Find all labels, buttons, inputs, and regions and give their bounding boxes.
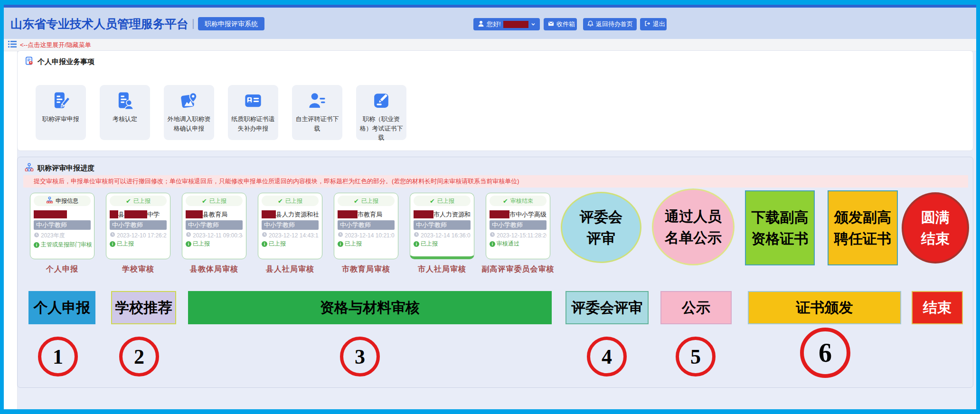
logout-label: 退出: [653, 20, 665, 28]
time-text: 2023-12-14 10:21:06: [345, 232, 395, 239]
time-row: 2023-12-14 10:21:06: [338, 232, 395, 239]
step-number: 1: [38, 337, 78, 376]
org-text: 市人力资源和社会...: [433, 210, 471, 219]
progress-card: ✔已上报县教育局中小学教师2023-12-11 09:00:34i已上报: [182, 193, 246, 259]
progress-card: ✔已上报市人力资源和社会...中小学教师2023-12-14 16:36:08i…: [410, 193, 474, 259]
org-text: 县人力资源和社会...: [276, 210, 319, 219]
series-tag: 中小学教师: [338, 220, 395, 230]
business-tile-label: 外地调入职称资格确认申报: [164, 114, 214, 133]
shape-line: 结束: [904, 228, 967, 249]
business-tile-label: 纸质职称证书遗失补办申报: [228, 114, 278, 133]
top-header: 山东省专业技术人员管理服务平台 | 职称申报评审系统 您好! 收件箱 返回待办首…: [4, 8, 976, 39]
org-text: 市教育局: [358, 210, 382, 219]
progress-section: 职称评审申报进度 提交审核后，申报单位审核前可以进行撤回修改；单位审核退回后，只…: [17, 157, 973, 388]
time-text: 2023-12-12 14:43:18: [269, 232, 319, 239]
business-tile[interactable]: 职称（职业资格）考试证书下载: [356, 85, 406, 140]
chevron-down-icon: [531, 21, 536, 28]
progress-section-header: 职称评审申报进度: [25, 163, 94, 173]
business-tile-label: 考核认定: [100, 114, 150, 124]
status-row: i已上报: [414, 240, 471, 248]
download-cert-box: 下载副高资格证书: [745, 190, 815, 265]
inbox-button[interactable]: 收件箱: [544, 18, 577, 30]
logout-icon: [644, 20, 650, 28]
shape-line: 通过人员: [653, 206, 733, 227]
clock-icon: [338, 232, 343, 239]
time-row: 2023-12-10 17:26:28: [110, 232, 167, 239]
business-tile[interactable]: 自主评聘证书下载: [292, 85, 342, 140]
time-text: 2023-12-11 09:00:34: [193, 232, 243, 239]
org-chart-icon: [46, 197, 53, 205]
shape-line: 评审: [562, 227, 640, 249]
clock-icon: [34, 232, 39, 239]
status-text: 已上报: [117, 240, 134, 248]
progress-stage-label: 副高评审委员会审核: [475, 264, 561, 274]
logout-button[interactable]: 退出: [640, 18, 667, 30]
badge-label: 已上报: [437, 197, 454, 205]
org-text: 中学: [147, 210, 160, 219]
progress-stage-label: 市教育局审核: [334, 264, 398, 274]
shape-line: 聘任证书: [829, 228, 897, 249]
redacted-org: [414, 210, 433, 218]
status-row: i已上报: [338, 240, 395, 248]
time-row: 2023年度: [34, 232, 91, 240]
title-separator: |: [192, 17, 195, 29]
org-line: 县中学: [110, 210, 167, 219]
system-badge[interactable]: 职称申报评审系统: [198, 17, 264, 30]
info-icon: i: [338, 241, 343, 247]
progress-stage-label: 学校审核: [106, 264, 170, 274]
business-tile[interactable]: 职称评审申报: [36, 85, 86, 140]
business-tile[interactable]: 考核认定: [100, 85, 150, 140]
check-icon: ✔: [430, 198, 435, 204]
progress-stage-label: 县人社局审核: [258, 264, 322, 274]
info-icon: i: [34, 242, 39, 248]
business-tile[interactable]: 外地调入职称资格确认申报: [164, 85, 214, 140]
badge-label: 审核结束: [510, 197, 533, 205]
progress-stage-label: 县教体局审核: [182, 264, 246, 274]
series-tag: 中小学教师: [414, 220, 471, 230]
redacted-org: [490, 210, 509, 218]
time-text: 2023-12-14 16:36:08: [421, 232, 471, 239]
org-line: 县教育局: [186, 210, 243, 219]
greeting-button[interactable]: 您好!: [473, 18, 540, 30]
time-row: 2023-12-14 16:36:08: [414, 232, 471, 239]
business-tile[interactable]: 纸质职称证书遗失补办申报: [228, 85, 278, 140]
inbox-label: 收件箱: [556, 20, 575, 28]
progress-card: ✔已上报县人力资源和社会...中小学教师2023-12-12 14:43:18i…: [258, 193, 322, 259]
bell-icon: [587, 20, 594, 28]
progress-stage-label: 市人社局审核: [410, 264, 474, 274]
back-home-button[interactable]: 返回待办首页: [583, 18, 637, 30]
platform-title: 山东省专业技术人员管理服务平台: [10, 16, 188, 32]
legend-bar: 资格与材料审核: [188, 291, 552, 324]
status-text: 已上报: [345, 240, 362, 248]
status-row: i已上报: [110, 240, 167, 248]
progress-card: ✔已上报县中学中小学教师2023-12-10 17:26:28i已上报: [106, 193, 170, 259]
shape-line: 颁发副高: [829, 207, 897, 228]
doc-seal-icon: [25, 56, 34, 67]
legend-bar: 学校推荐: [111, 291, 176, 324]
status-text: 审核通过: [497, 240, 519, 248]
envelope-icon: [548, 20, 554, 28]
clock-icon: [110, 232, 115, 239]
menu-toggle-row[interactable]: <--点击这里展开/隐藏菜单: [4, 39, 976, 51]
redacted-username: [503, 21, 528, 28]
shape-line: 资格证书: [746, 228, 814, 249]
check-icon: ✔: [354, 198, 359, 204]
check-icon: ✔: [126, 198, 131, 204]
legend-bar: 评委会评审: [565, 291, 649, 324]
status-row: i主管或呈报部门审核: [34, 241, 91, 249]
menu-list-icon[interactable]: [8, 40, 17, 50]
series-tag: 中小学教师: [34, 220, 91, 230]
progress-card-badge: 申报信息: [34, 196, 91, 206]
doc-person-icon: [100, 85, 150, 114]
user-icon: [478, 20, 484, 28]
shape-line: 圆满: [904, 207, 967, 228]
series-tag: 中小学教师: [186, 220, 243, 230]
time-text: 2023-12-10 17:26:28: [117, 232, 167, 239]
progress-card: 申报信息中小学教师2023年度i主管或呈报部门审核: [30, 193, 94, 259]
progress-card-badge: ✔已上报: [338, 196, 395, 206]
progress-card-badge: ✔已上报: [110, 196, 167, 206]
status-row: i已上报: [186, 240, 243, 248]
menu-toggle-label[interactable]: <--点击这里展开/隐藏菜单: [20, 41, 91, 49]
step-number: 3: [340, 337, 380, 376]
progress-card-badge: ✔审核结束: [490, 196, 547, 206]
